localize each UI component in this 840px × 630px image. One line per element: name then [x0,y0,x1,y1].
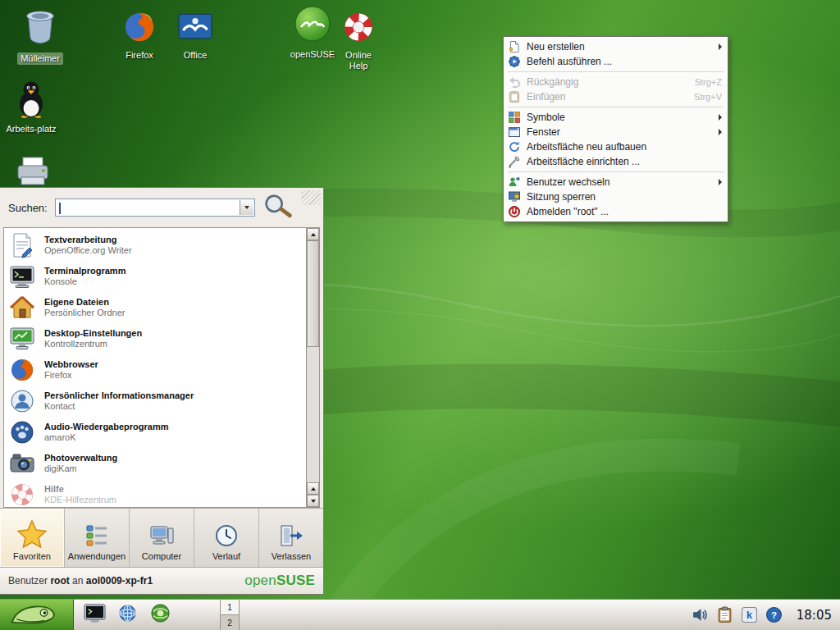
chameleon-icon [1,599,73,630]
opensuse-logo: openSUSE [244,573,315,589]
quicklaunch-terminal-button[interactable] [82,603,107,628]
svg-text:?: ? [771,610,777,620]
help-question-icon[interactable]: ? [765,606,783,624]
menu-item-rueckgaengig[interactable]: Rückgängig Strg+Z [504,75,727,89]
menu-item-benutzer-wechseln[interactable]: Benutzer wechseln [504,175,727,189]
scroll-track[interactable] [307,240,319,482]
volume-icon[interactable] [692,606,710,624]
submenu-arrow-icon [719,179,722,185]
search-label: Suchen: [8,202,48,214]
svg-text:k: k [746,609,753,621]
run-command-icon [508,55,521,68]
tab-verlauf[interactable]: Verlauf [194,509,259,567]
app-item-informationsmanager[interactable]: Persönlicher InformationsmanagerKontact [4,386,306,417]
kickoff-menu: Suchen: TextverarbeitungOpenOffic [0,187,324,595]
quicklaunch-suse-button[interactable] [148,603,172,628]
app-item-audio-wiedergabe[interactable]: Audio-WiedergabeprogrammamaroK [4,417,306,448]
menu-item-sitzung-sperren[interactable]: Sitzung sperren [504,189,727,204]
search-input[interactable] [56,199,238,216]
lock-icon [508,190,521,203]
app-item-terminalprogramm[interactable]: TerminalprogrammKonsole [4,261,306,292]
submenu-arrow-icon [719,43,722,50]
amarok-icon [9,419,35,445]
logout-icon [508,205,521,218]
desktop: Mülleimer Firefox Office [0,0,840,630]
menu-item-befehl-ausfuehren[interactable]: Befehl ausführen ... [504,54,727,69]
scroll-down-button[interactable] [307,495,319,507]
tab-anwendungen[interactable]: Anwendungen [65,509,130,567]
app-item-eigene-dateien[interactable]: Eigene DateienPersönlicher Ordner [4,292,306,323]
pager-desktop-1[interactable]: 1 [221,600,239,614]
icons-grid-icon [508,111,521,124]
lifesaver-icon [341,10,376,48]
resize-grip[interactable] [301,190,321,205]
computer-icon [149,523,174,548]
quicklaunch-settings-button[interactable] [115,603,139,628]
leave-icon [279,523,304,548]
scroll-up-button-bottom[interactable] [307,482,319,495]
desktop-pager: 1 2 [220,600,240,630]
app-item-textverarbeitung[interactable]: TextverarbeitungOpenOffice.org Writer [4,230,306,261]
klipper-clipboard-icon[interactable] [716,606,734,624]
scroll-thumb[interactable] [307,240,319,347]
status-text: Benutzer root an aol0009-xp-fr1 [8,575,153,587]
desktop-icon-office[interactable]: Office [166,10,225,62]
refresh-icon [508,140,521,153]
writer-icon [9,232,35,258]
scroll-up-button[interactable] [307,228,319,240]
app-item-webbrowser[interactable]: WebbrowserFirefox [4,354,306,386]
menu-item-einfuegen[interactable]: Einfügen Strg+V [504,89,727,104]
menu-item-arbeitsflaeche-einrichten[interactable]: Arbeitsfläche einrichten ... [504,154,727,169]
search-history-dropdown[interactable] [240,200,253,215]
desktop-icon-label: Mülleimer [17,52,63,65]
favorites-list: TextverarbeitungOpenOffice.org Writer Te… [3,227,320,508]
desktop-icon-firefox[interactable]: Firefox [110,10,169,62]
new-document-icon [508,40,521,53]
kickoff-tabbar: Favoriten Anwendungen Computer Verlauf [0,508,323,567]
desktop-icon-online-help[interactable]: Online Help [334,10,383,71]
magnifier-icon[interactable] [260,189,294,226]
tab-computer[interactable]: Computer [130,509,194,567]
menu-item-neu-erstellen[interactable]: Neu erstellen [504,39,727,54]
kontact-icon [9,388,35,414]
office-icon [178,10,212,48]
tux-icon [13,79,49,121]
submenu-arrow-icon [719,129,722,135]
k-app-icon[interactable]: k [741,606,759,624]
help-lifesaver-icon [9,482,35,507]
window-icon [508,126,521,139]
desktop-icon-workplace[interactable]: Arbeits-platz [2,79,61,135]
app-item-desktop-einstellungen[interactable]: Desktop-EinstellungenKontrollzentrum [4,323,306,354]
menu-item-abmelden[interactable]: Abmelden "root" ... [504,204,727,219]
system-tray: k ? 18:05 [692,606,840,624]
kickoff-search-row: Suchen: [0,188,323,227]
star-icon [17,520,47,548]
scrollbar [306,228,319,507]
taskbar: 1 2 k ? 18:05 [0,599,840,630]
pager-desktop-2[interactable]: 2 [221,614,239,630]
tab-favoriten[interactable]: Favoriten [0,509,65,567]
globe-gear-icon [116,602,139,628]
menu-item-arbeitsflaeche-neu-aufbauen[interactable]: Arbeitsfläche neu aufbauen [504,139,727,154]
desktop-icon-label: Firefox [122,49,157,62]
undo-icon [508,75,521,89]
app-item-hilfe[interactable]: HilfeKDE-Hilfezentrum [4,479,306,507]
firefox-icon [9,357,35,383]
applications-icon [84,523,109,548]
terminal-icon [84,602,106,628]
desktop-icon-label: openSUSE [287,48,338,61]
desktop-icon-label: Office [180,49,211,62]
taskbar-clock[interactable]: 18:05 [797,608,832,623]
menu-separator [508,71,724,72]
menu-item-fenster[interactable]: Fenster [504,125,727,139]
desktop-icon-trash[interactable]: Mülleimer [8,7,72,65]
firefox-icon [122,10,157,48]
menu-separator [508,107,724,107]
opensuse-icon [293,4,332,47]
kmenu-start-button[interactable] [0,600,74,630]
app-item-photoverwaltung[interactable]: PhotoverwaltungdigiKam [4,448,306,479]
menu-item-symbole[interactable]: Symbole [504,110,727,125]
configure-icon [508,155,521,168]
tab-verlassen[interactable]: Verlassen [259,509,323,567]
user-switch-icon [508,176,521,189]
